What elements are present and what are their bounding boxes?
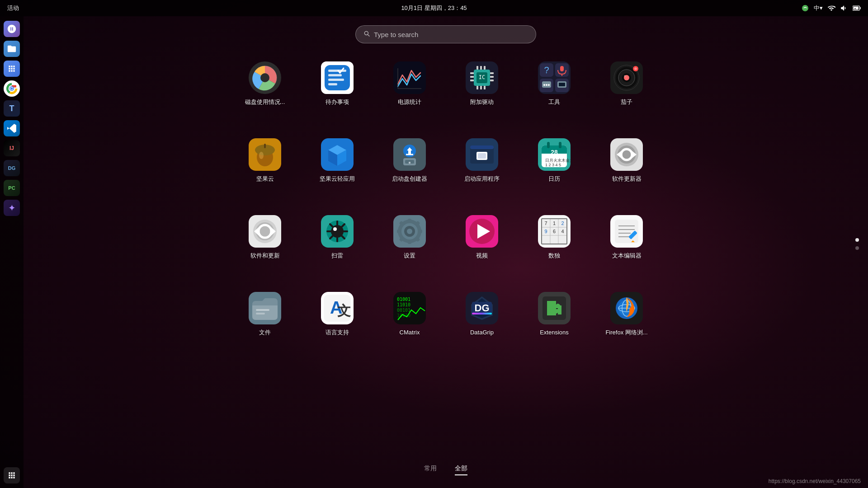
bottom-url: https://blog.csdn.net/weixin_44307065 xyxy=(769,478,861,484)
app-eggplant[interactable]: 茄子 xyxy=(595,57,658,129)
app-minesweeper[interactable]: 扫雷 xyxy=(306,211,369,283)
svg-point-53 xyxy=(548,84,550,86)
svg-point-51 xyxy=(543,84,545,86)
tab-common[interactable]: 常用 xyxy=(424,465,437,475)
app-acorn-cloud[interactable]: 坚果云 xyxy=(233,134,297,206)
green-circle-icon[interactable] xyxy=(801,4,809,12)
svg-point-12 xyxy=(260,73,269,82)
svg-text:IC: IC xyxy=(479,74,485,80)
app-datagrip[interactable]: DG DataGrip xyxy=(450,287,514,360)
main-content: 磁盘使用情况... xyxy=(24,16,868,488)
app-label-video: 视频 xyxy=(476,252,488,260)
app-label-extensions: Extensions xyxy=(540,329,569,337)
app-label-files: 文件 xyxy=(259,329,271,337)
svg-text:6: 6 xyxy=(553,229,556,234)
chrome-sidebar-icon xyxy=(4,80,20,97)
acorn-icon xyxy=(249,138,281,171)
search-bar[interactable] xyxy=(355,25,536,43)
svg-rect-35 xyxy=(476,66,478,70)
svg-rect-20 xyxy=(328,74,342,76)
app-settings[interactable]: 设置 xyxy=(378,211,441,283)
app-additional-driver[interactable]: IC 附加驱动 xyxy=(450,57,514,129)
activity-label[interactable]: 活动 xyxy=(7,4,19,12)
svg-point-69 xyxy=(259,152,264,159)
svg-point-130 xyxy=(407,229,412,234)
show-apps-icon xyxy=(4,467,20,483)
cmatrix-icon: 01001 11010 00101 10110 xyxy=(393,292,426,324)
app-language-support[interactable]: A 文 语言支持 xyxy=(306,287,369,360)
text-editor-icon xyxy=(610,215,643,248)
svg-rect-86 xyxy=(478,153,486,159)
sidebar-item-apps2[interactable] xyxy=(3,60,21,78)
app-cmatrix[interactable]: 01001 11010 00101 10110 CMatrix xyxy=(378,287,441,360)
app-label-datagrip: DataGrip xyxy=(470,329,494,337)
svg-text:文: 文 xyxy=(337,303,351,318)
pycharm-sidebar-icon: PC xyxy=(4,180,20,196)
app-label-sudoku: 数独 xyxy=(548,252,560,260)
svg-text:2: 2 xyxy=(561,221,564,226)
app-firefox[interactable]: Firefox 网络浏... xyxy=(595,287,658,360)
appstore-icon xyxy=(4,21,20,37)
minesweeper-icon xyxy=(321,215,354,248)
datagrip-app-icon: DG xyxy=(466,292,498,324)
app-jg-cloud[interactable]: 坚果云轻应用 xyxy=(306,134,369,206)
app-video[interactable]: 视频 xyxy=(450,211,514,283)
svg-rect-39 xyxy=(480,86,482,89)
app-files[interactable]: 文件 xyxy=(233,287,297,360)
svg-rect-22 xyxy=(328,83,337,85)
svg-rect-31 xyxy=(470,80,474,81)
app-todo[interactable]: 待办事项 xyxy=(306,57,369,129)
page-dot-1[interactable] xyxy=(855,238,859,242)
sidebar-item-files[interactable] xyxy=(3,40,21,58)
svg-point-62 xyxy=(624,75,626,77)
sidebar-item-datagrip[interactable]: DG xyxy=(3,159,21,177)
svg-point-64 xyxy=(634,67,637,70)
app-label-settings: 设置 xyxy=(404,252,415,260)
svg-text:00101: 00101 xyxy=(397,308,410,313)
battery-icon[interactable]: ▾ xyxy=(853,4,861,12)
app-label-cmatrix: CMatrix xyxy=(400,329,420,337)
page-dot-2[interactable] xyxy=(855,246,859,250)
app-text-editor[interactable]: 文本编辑器 xyxy=(595,211,658,283)
app-label-software-updater: 软件更新器 xyxy=(612,175,642,183)
app-extensions[interactable]: Extensions xyxy=(523,287,586,360)
app-label-power-stats: 电源统计 xyxy=(398,99,421,106)
search-icon xyxy=(363,30,370,39)
app-software-update2[interactable]: 软件和更新 xyxy=(233,211,297,283)
svg-rect-21 xyxy=(328,79,344,81)
sidebar-item-pycharm[interactable]: PC xyxy=(3,179,21,197)
sidebar-item-star[interactable]: ✦ xyxy=(3,199,21,217)
app-tools[interactable]: ? 工具 xyxy=(523,57,586,129)
svg-rect-160 xyxy=(256,313,265,314)
sidebar-item-typora[interactable]: T xyxy=(3,99,21,117)
svg-point-117 xyxy=(333,227,337,231)
app-label-software-update2: 软件和更新 xyxy=(250,252,280,260)
wifi-icon[interactable] xyxy=(827,4,835,12)
app-software-updater[interactable]: 软件更新器 xyxy=(595,134,658,206)
sidebar-item-idea[interactable]: IJ xyxy=(3,139,21,157)
volume-icon[interactable] xyxy=(840,4,848,12)
tab-all[interactable]: 全部 xyxy=(455,465,467,475)
app-label-usb-creator: 启动盘创建器 xyxy=(392,175,427,183)
sidebar-item-vscode[interactable] xyxy=(3,119,21,137)
input-method-label[interactable]: 中▾ xyxy=(814,4,823,12)
bottom-tabs: 常用 全部 xyxy=(24,465,868,475)
app-calendar[interactable]: 28 日月火水木金土 1 2 3 4 5 日历 xyxy=(523,134,586,206)
svg-rect-159 xyxy=(256,309,269,311)
app-sudoku[interactable]: 7 1 2 9 6 4 数独 xyxy=(523,211,586,283)
sidebar-item-appstore[interactable] xyxy=(3,20,21,38)
datagrip-sidebar-icon: DG xyxy=(4,160,20,176)
sidebar-item-chrome[interactable] xyxy=(3,80,21,98)
svg-text:01001: 01001 xyxy=(397,297,410,302)
app-disk-usage[interactable]: 磁盘使用情况... xyxy=(233,57,297,129)
search-input[interactable] xyxy=(374,31,528,38)
svg-text:DG: DG xyxy=(475,302,490,314)
sidebar-item-show-apps[interactable] xyxy=(3,466,21,484)
svg-rect-19 xyxy=(328,70,346,72)
app-usb-creator[interactable]: 启动盘创建器 xyxy=(378,134,441,206)
svg-rect-18 xyxy=(325,65,350,90)
idea-sidebar-icon: IJ xyxy=(4,140,20,156)
app-startup[interactable]: 启动应用程序 xyxy=(450,134,514,206)
app-power-stats[interactable]: 电源统计 xyxy=(378,57,441,129)
svg-rect-38 xyxy=(476,86,478,89)
